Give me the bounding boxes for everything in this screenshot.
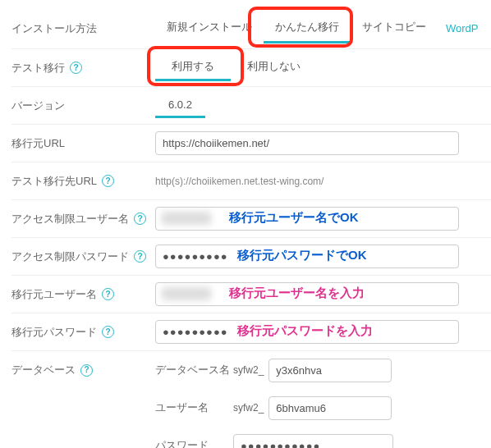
field-access-user: 移行元ユーザー名でOK: [155, 207, 491, 231]
field-access-pass: 移行元パスワードでOK: [155, 245, 491, 268]
row-db-pass: パスワード: [11, 427, 491, 448]
help-icon[interactable]: ?: [102, 326, 114, 338]
sublabel-db-name: データベース名: [155, 363, 233, 377]
option-not-use[interactable]: 利用しない: [231, 55, 317, 81]
label-src-user: 移行元ユーザー名 ?: [11, 287, 155, 302]
label-test-dest-url: テスト移行先URL ?: [11, 174, 155, 189]
source-url-input[interactable]: [155, 131, 459, 155]
row-access-user: アクセス制限ユーザー名 ? 移行元ユーザー名でOK: [11, 200, 491, 238]
label-src-pass: 移行元パスワード ?: [11, 325, 155, 340]
field-db-pass: パスワード: [155, 434, 491, 449]
row-src-user: 移行元ユーザー名 ? 移行元ユーザー名を入力: [11, 276, 491, 313]
label-access-user: アクセス制限ユーザー名 ?: [11, 212, 155, 226]
label-source-url: 移行元URL: [11, 136, 155, 151]
db-prefix: syfw2_: [233, 402, 264, 414]
row-db-user: ユーザー名 syfw2_: [11, 389, 491, 427]
label-text: テスト移行: [11, 61, 65, 75]
wordpress-link[interactable]: WordP: [446, 22, 479, 34]
sublabel-db-user: ユーザー名: [155, 400, 233, 415]
annotation-access-user: 移行元ユーザー名でOK: [229, 210, 359, 226]
annotation-src-user: 移行元ユーザー名を入力: [229, 286, 365, 301]
field-test-migration: 利用する 利用しない: [155, 55, 491, 81]
row-version: バージョン 6.0.2: [11, 87, 491, 125]
help-icon[interactable]: ?: [134, 213, 146, 225]
field-source-url: [155, 131, 491, 155]
label-database: データベース ?: [11, 363, 155, 377]
help-icon[interactable]: ?: [80, 364, 93, 377]
label-text: 移行元URL: [11, 136, 65, 151]
test-dest-url-value: http(s)://choiikemen.net.test-wing.com/: [155, 176, 324, 187]
blurred-value: [162, 212, 211, 225]
db-user-input[interactable]: [268, 396, 392, 420]
row-source-url: 移行元URL: [11, 125, 491, 162]
label-text: アクセス制限パスワード: [11, 249, 129, 264]
db-prefix: syfw2_: [233, 364, 264, 376]
annotation-src-pass: 移行元パスワードを入力: [237, 323, 373, 339]
label-test-migration: テスト移行 ?: [11, 61, 155, 75]
row-test-migration: テスト移行 ? 利用する 利用しない: [11, 49, 491, 87]
option-use[interactable]: 利用する: [155, 55, 231, 81]
row-test-dest-url: テスト移行先URL ? http(s)://choiikemen.net.tes…: [11, 162, 491, 200]
label-text: データベース: [11, 363, 76, 377]
annotation-access-pass: 移行元パスワードでOK: [237, 248, 367, 263]
field-db-name: データベース名 syfw2_: [155, 359, 491, 382]
row-src-pass: 移行元パスワード ? 移行元パスワードを入力: [11, 313, 491, 351]
field-src-user: 移行元ユーザー名を入力: [155, 282, 491, 306]
field-src-pass: 移行元パスワードを入力: [155, 320, 491, 344]
label-text: 移行元ユーザー名: [11, 287, 97, 302]
field-install-method: 新規インストール かんたん移行 サイトコピー WordP: [155, 13, 491, 43]
help-icon[interactable]: ?: [70, 62, 82, 74]
tab-easy-migrate[interactable]: かんたん移行: [264, 13, 351, 43]
db-pass-input[interactable]: [233, 434, 393, 449]
label-text: 移行元パスワード: [11, 325, 97, 340]
help-icon[interactable]: ?: [134, 250, 146, 263]
label-text: アクセス制限ユーザー名: [11, 212, 129, 226]
sublabel-db-pass: パスワード: [155, 438, 233, 448]
row-install-method: インストール方法 新規インストール かんたん移行 サイトコピー WordP: [11, 8, 491, 49]
label-text: インストール方法: [11, 21, 97, 36]
row-access-pass: アクセス制限パスワード ? 移行元パスワードでOK: [11, 238, 491, 276]
row-db-name: データベース ? データベース名 syfw2_: [11, 351, 491, 389]
db-name-input[interactable]: [268, 359, 392, 382]
field-db-user: ユーザー名 syfw2_: [155, 396, 491, 420]
label-text: テスト移行先URL: [11, 174, 97, 189]
tab-new-install[interactable]: 新規インストール: [155, 13, 264, 43]
label-access-pass: アクセス制限パスワード ?: [11, 249, 155, 264]
help-icon[interactable]: ?: [102, 175, 114, 187]
field-test-dest-url: http(s)://choiikemen.net.test-wing.com/: [155, 176, 491, 187]
tab-site-copy[interactable]: サイトコピー: [351, 13, 438, 43]
label-version: バージョン: [11, 98, 155, 113]
version-value: 6.0.2: [155, 94, 205, 118]
label-text: バージョン: [11, 98, 65, 113]
label-install-method: インストール方法: [11, 21, 155, 36]
blurred-value: [162, 287, 211, 300]
field-version: 6.0.2: [155, 94, 491, 118]
help-icon[interactable]: ?: [102, 288, 114, 300]
